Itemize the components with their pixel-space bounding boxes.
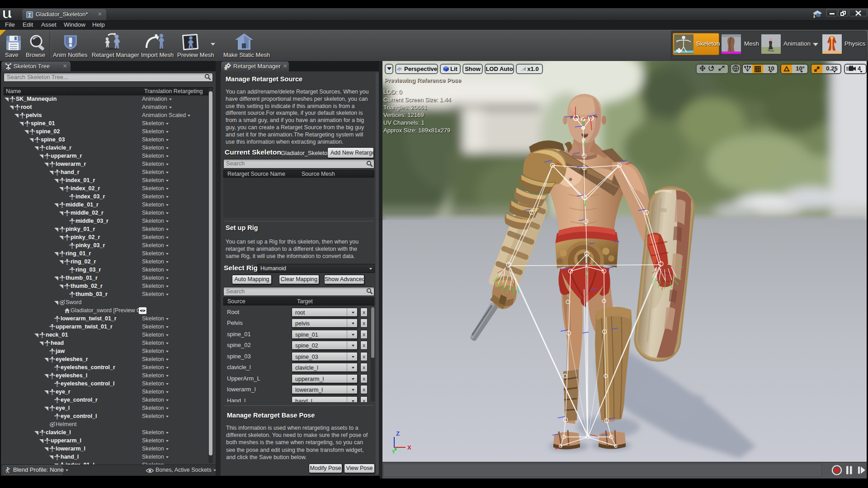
svg-text:Z: Z [396, 430, 400, 437]
svg-text:Y: Y [392, 450, 395, 454]
svg-text:X: X [407, 444, 411, 451]
